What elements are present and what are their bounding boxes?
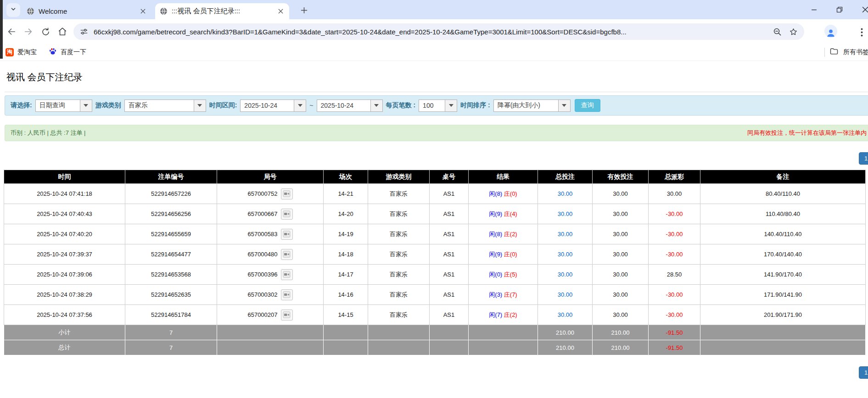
tab-bet-record[interactable]: :::视讯 会员下注纪录::: bbox=[155, 3, 289, 19]
cell-table: AS1 bbox=[430, 285, 469, 305]
cell-round: 657000667 bbox=[217, 204, 324, 224]
query-type-select[interactable]: 日期查询 bbox=[35, 100, 92, 112]
url-text[interactable]: 66cxkj98.com/game/betrecord_search/kind3… bbox=[94, 28, 773, 36]
chevron-down-icon[interactable] bbox=[558, 100, 570, 111]
cell-table: AS1 bbox=[430, 305, 469, 325]
close-icon[interactable] bbox=[276, 7, 285, 16]
cell-time: 2025-10-24 07:40:43 bbox=[4, 204, 125, 224]
forward-button[interactable] bbox=[22, 25, 35, 39]
player-result: 闲(8) bbox=[489, 190, 502, 197]
game-type-select[interactable]: 百家乐 bbox=[124, 100, 206, 112]
bet-amount-link[interactable]: 30.00 bbox=[558, 231, 573, 238]
divider bbox=[5, 92, 868, 92]
column-header-3: 场次 bbox=[324, 170, 368, 184]
summary-empty bbox=[368, 340, 430, 355]
summary-valid-bet: 210.00 bbox=[593, 340, 649, 355]
bet-amount-link[interactable]: 30.00 bbox=[558, 251, 573, 258]
cell-game: 百家乐 bbox=[368, 184, 430, 204]
all-bookmarks[interactable]: 所有书签 bbox=[824, 44, 868, 61]
profile-avatar[interactable] bbox=[824, 25, 837, 38]
date-start-value[interactable]: 2025-10-24 bbox=[241, 100, 294, 111]
site-settings-icon[interactable] bbox=[80, 28, 88, 36]
cell-game: 百家乐 bbox=[368, 204, 430, 224]
video-record-icon[interactable] bbox=[281, 249, 293, 260]
chevron-down-icon[interactable] bbox=[194, 100, 206, 111]
payout-value: -30.00 bbox=[666, 291, 683, 298]
reload-button[interactable] bbox=[39, 25, 52, 39]
chevron-down-icon[interactable] bbox=[294, 100, 306, 111]
date-start-input[interactable]: 2025-10-24 bbox=[240, 100, 306, 112]
payout-value: -30.00 bbox=[666, 251, 683, 258]
taobao-icon: 淘 bbox=[6, 48, 14, 56]
cell-result: 闲(8) 庄(0) bbox=[469, 184, 538, 204]
video-record-icon[interactable] bbox=[281, 209, 293, 220]
pagination-bottom[interactable]: 1 bbox=[859, 366, 868, 379]
cell-result: 闲(9) 庄(4) bbox=[469, 204, 538, 224]
cell-total-bet: 30.00 bbox=[538, 305, 593, 325]
restore-button[interactable] bbox=[827, 0, 852, 19]
query-type-value: 日期查询 bbox=[36, 100, 80, 111]
sort-select[interactable]: 降幂(由大到小) bbox=[493, 100, 571, 112]
video-record-icon[interactable] bbox=[281, 310, 293, 321]
cell-payout: 30.00 bbox=[649, 184, 700, 204]
close-window-button[interactable] bbox=[852, 0, 868, 19]
video-record-icon[interactable] bbox=[281, 229, 293, 240]
bet-amount-link[interactable]: 30.00 bbox=[558, 190, 573, 197]
video-record-icon[interactable] bbox=[281, 188, 293, 199]
chevron-down-icon[interactable] bbox=[370, 100, 382, 111]
tab-search-button[interactable] bbox=[6, 3, 20, 17]
cell-result: 闲(3) 庄(7) bbox=[469, 285, 538, 305]
payout-value: 30.00 bbox=[667, 190, 682, 197]
summary-empty bbox=[368, 325, 430, 340]
per-page-select[interactable]: 100 bbox=[419, 100, 457, 112]
player-result: 闲(8) bbox=[489, 231, 502, 238]
bet-amount-link[interactable]: 30.00 bbox=[558, 291, 573, 298]
bet-amount-link[interactable]: 30.00 bbox=[558, 271, 573, 278]
round-number: 657000207 bbox=[247, 311, 277, 318]
column-header-9: 总派彩 bbox=[649, 170, 700, 184]
summary-empty bbox=[469, 325, 538, 340]
home-button[interactable] bbox=[56, 25, 69, 39]
minimize-button[interactable] bbox=[801, 0, 827, 19]
url-bar[interactable]: 66cxkj98.com/game/betrecord_search/kind3… bbox=[73, 23, 804, 40]
search-button[interactable]: 查询 bbox=[575, 99, 600, 112]
subtotal-row: 小计7210.00210.00-91.50 bbox=[4, 325, 866, 340]
cell-session: 14-18 bbox=[324, 244, 368, 265]
globe-icon bbox=[160, 7, 168, 15]
summary-empty bbox=[217, 340, 324, 355]
bookmark-taobao[interactable]: 淘 爱淘宝 bbox=[6, 48, 37, 56]
date-end-input[interactable]: 2025-10-24 bbox=[317, 100, 383, 112]
bet-amount-link[interactable]: 30.00 bbox=[558, 210, 573, 217]
summary-total-bet: 210.00 bbox=[538, 325, 593, 340]
cell-valid-bet: 30.00 bbox=[593, 204, 649, 224]
chevron-down-icon[interactable] bbox=[80, 100, 92, 111]
cell-payout: -30.00 bbox=[649, 224, 700, 244]
tab-title: :::视讯 会员下注纪录::: bbox=[172, 7, 276, 16]
player-result: 闲(9) bbox=[489, 210, 502, 217]
cell-note: 110.40/80.40 bbox=[700, 204, 866, 224]
close-icon[interactable] bbox=[139, 7, 147, 16]
cell-note: 170.40/140.40 bbox=[700, 244, 866, 265]
cell-total-bet: 30.00 bbox=[538, 224, 593, 244]
menu-icon[interactable] bbox=[857, 27, 866, 37]
cell-note: 140.40/110.40 bbox=[700, 224, 866, 244]
new-tab-button[interactable] bbox=[298, 5, 309, 16]
cell-table: AS1 bbox=[430, 265, 469, 285]
tab-welcome[interactable]: Welcome bbox=[22, 3, 151, 19]
cell-valid-bet: 30.00 bbox=[593, 265, 649, 285]
date-end-value[interactable]: 2025-10-24 bbox=[317, 100, 370, 111]
video-record-icon[interactable] bbox=[281, 289, 293, 300]
chevron-down-icon[interactable] bbox=[445, 100, 457, 111]
pagination-top[interactable]: 1 bbox=[859, 152, 868, 165]
cell-bet-id: 522914657226 bbox=[125, 184, 217, 204]
cell-valid-bet: 30.00 bbox=[593, 305, 649, 325]
back-button[interactable] bbox=[5, 25, 18, 39]
divider bbox=[824, 48, 825, 57]
select-label: 请选择: bbox=[11, 101, 32, 110]
zoom-icon[interactable] bbox=[773, 28, 782, 36]
video-record-icon[interactable] bbox=[281, 269, 293, 280]
bookmark-baidu[interactable]: 百度一下 bbox=[49, 47, 86, 57]
bookmark-star-icon[interactable] bbox=[789, 28, 798, 36]
bet-amount-link[interactable]: 30.00 bbox=[558, 311, 573, 318]
cell-session: 14-19 bbox=[324, 224, 368, 244]
